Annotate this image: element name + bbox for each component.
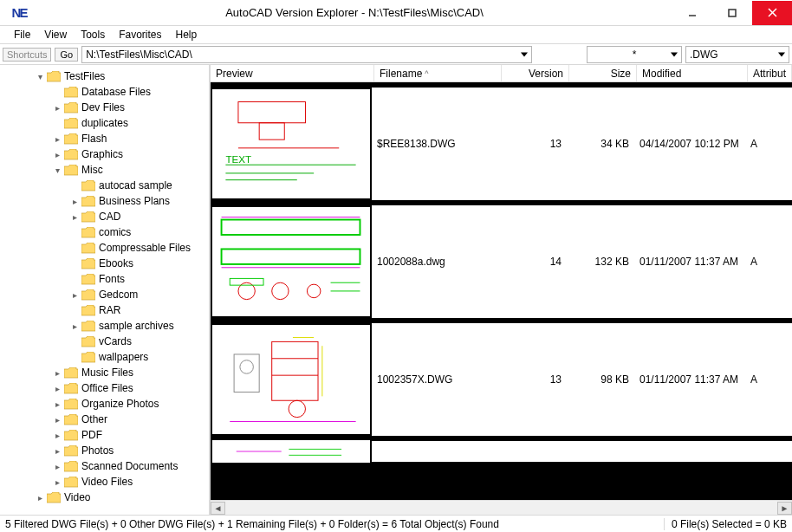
twisty-icon[interactable]: ▸ [52,134,62,144]
tree-item[interactable]: ▾TestFiles [3,68,209,84]
tree-item[interactable]: ▸sample archives [3,318,209,334]
twisty-icon[interactable]: ▸ [52,103,62,113]
tree-item[interactable]: ▸Scanned Documents [3,458,209,474]
tree-item[interactable]: Compressable Files [3,240,209,256]
preview-thumbnail [211,323,372,436]
folder-icon [64,430,78,441]
scroll-left-icon[interactable]: ◄ [211,502,225,515]
svg-rect-1 [729,10,736,16]
path-combobox[interactable]: N:\TestFiles\Misc\CAD\ [81,46,532,63]
titlebar: NE AutoCAD Version Explorer - N:\TestFil… [0,0,792,26]
tree-item[interactable]: autocad sample [3,178,209,193]
go-button[interactable]: Go [55,48,78,62]
tree-item-label: autocad sample [99,179,172,191]
twisty-icon[interactable]: ▾ [35,72,45,81]
tree-item-label: Dev Files [81,101,125,114]
tree-item[interactable]: Database Files [3,84,209,100]
twisty-icon[interactable]: ▸ [69,197,80,206]
folder-tree[interactable]: ▾TestFilesDatabase Files▸Dev Filesduplic… [0,65,210,515]
tree-item[interactable]: ▸Photos [3,443,209,458]
tree-item[interactable]: RAR [3,302,209,318]
twisty-icon[interactable]: ▸ [69,321,80,331]
twisty-icon[interactable]: ▸ [52,399,62,409]
status-left: 5 Filtered DWG File(s) + 0 Other DWG Fil… [5,518,664,530]
tree-item[interactable]: ▸Gedcom [3,287,209,302]
column-size[interactable]: Size [569,65,637,81]
cell-size: 98 KB [567,373,634,386]
tree-item[interactable]: ▸Music Files [3,365,209,380]
tree-item[interactable]: ▸PDF [3,427,209,443]
twisty-icon[interactable]: ▸ [52,368,62,378]
folder-icon [81,274,95,285]
folder-icon [64,399,78,410]
twisty-icon[interactable]: ▸ [52,384,62,393]
file-row[interactable]: 1002088a.dwg14132 KB01/11/2007 11:37 AMA [211,203,792,321]
tree-item[interactable]: ▸Office Files [3,380,209,396]
filter-combobox[interactable]: * [587,46,682,63]
tree-item-label: TestFiles [64,70,105,82]
menu-favorites[interactable]: Favorites [112,27,168,42]
twisty-icon[interactable]: ▸ [52,150,62,159]
twisty-icon[interactable]: ▸ [69,290,80,300]
folder-icon [47,71,61,82]
twisty-icon[interactable]: ▸ [69,212,80,222]
column-filename[interactable]: Filename^ [374,65,502,81]
tree-item[interactable]: wallpapers [3,349,209,365]
scroll-right-icon[interactable]: ► [777,502,792,515]
cell-attributes: A [745,138,792,150]
twisty-icon[interactable]: ▸ [52,431,62,440]
tree-item[interactable]: ▸Business Plans [3,193,209,209]
folder-icon [81,352,95,363]
twisty-icon[interactable]: ▸ [52,462,62,471]
tree-item-label: wallpapers [99,351,148,363]
close-button[interactable] [752,1,792,25]
tree-item[interactable]: ▸Video [3,490,209,505]
column-modified[interactable]: Modified [637,65,748,81]
file-row[interactable] [211,438,792,464]
horizontal-scrollbar[interactable]: ◄ ► [211,500,792,515]
tree-item[interactable]: ▾Misc [3,162,209,178]
tree-item[interactable]: ▸Video Files [3,474,209,490]
file-row[interactable]: TEXT$REE8138.DWG1334 KB04/14/2007 10:12 … [211,82,792,203]
file-row[interactable]: 1002357X.DWG1398 KB01/11/2007 11:37 AMA [211,321,792,438]
column-attributes[interactable]: Attribut [748,65,792,81]
tree-item[interactable]: ▸Flash [3,131,209,146]
menu-help[interactable]: Help [169,27,204,42]
column-preview[interactable]: Preview [211,65,374,81]
twisty-icon[interactable]: ▸ [52,446,62,456]
tree-item[interactable]: ▸CAD [3,209,209,224]
tree-item[interactable]: ▸Graphics [3,146,209,162]
minimize-button[interactable] [672,1,712,25]
folder-icon [81,321,95,332]
twisty-icon[interactable]: ▸ [52,415,62,425]
twisty-icon[interactable]: ▸ [35,493,45,503]
status-right: 0 File(s) Selected = 0 KB [664,518,787,530]
menu-tools[interactable]: Tools [74,27,112,42]
file-rows[interactable]: TEXT$REE8138.DWG1334 KB04/14/2007 10:12 … [211,82,792,500]
tree-item[interactable]: Fonts [3,271,209,287]
cell-attributes: A [745,373,792,386]
menu-file[interactable]: File [7,27,37,42]
extension-combobox[interactable]: .DWG [685,46,789,63]
column-version[interactable]: Version [502,65,569,81]
cell-modified: 01/11/2007 11:37 AM [634,256,745,268]
tree-item[interactable]: ▸Organize Photos [3,396,209,412]
shortcuts-button[interactable]: Shortcuts [3,48,51,62]
maximize-button[interactable] [712,1,752,25]
tree-item[interactable]: ▸Other [3,412,209,427]
twisty-icon[interactable]: ▸ [52,477,62,487]
tree-item[interactable]: ▸Dev Files [3,100,209,115]
tree-item[interactable]: vCards [3,334,209,349]
svg-rect-4 [213,89,369,198]
menu-view[interactable]: View [37,27,74,42]
twisty-icon[interactable]: ▾ [52,165,62,175]
window-title: AutoCAD Version Explorer - N:\TestFiles\… [36,6,672,19]
cell-version: 14 [499,256,567,268]
tree-item-label: Misc [81,164,103,176]
folder-icon [64,149,78,160]
tree-item-label: Gedcom [99,289,138,301]
tree-item[interactable]: duplicates [3,115,209,131]
tree-item-label: comics [99,226,131,238]
tree-item[interactable]: Ebooks [3,256,209,271]
tree-item[interactable]: comics [3,224,209,240]
